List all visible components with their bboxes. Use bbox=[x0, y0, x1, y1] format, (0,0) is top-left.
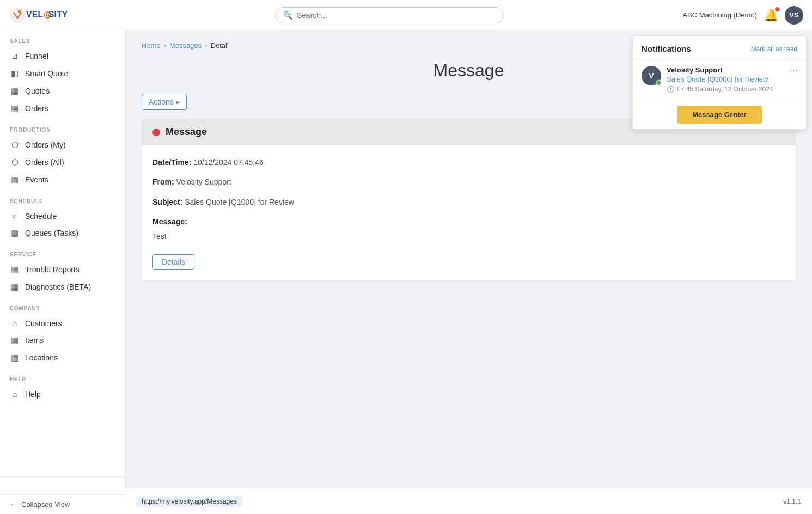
breadcrumb-sep-1: › bbox=[164, 41, 166, 50]
funnel-icon: ⊿ bbox=[10, 51, 20, 61]
notifications-title: Notifications bbox=[642, 44, 691, 53]
notification-item: V Velosity Support Sales Quote [Q1000] f… bbox=[633, 59, 806, 100]
sidebar-section-label-company: COMPANY bbox=[0, 305, 125, 315]
queues-icon: ▦ bbox=[10, 228, 20, 238]
details-button[interactable]: Details bbox=[152, 254, 194, 270]
sidebar-item-locations[interactable]: ▦ Locations bbox=[0, 349, 125, 366]
sidebar-item-smartquote[interactable]: ◧ Smart Quote bbox=[0, 65, 125, 82]
message-card-body: Date/Time: 10/12/2024 07:45:46 From: Vel… bbox=[142, 145, 796, 280]
message-label: Message: bbox=[152, 216, 785, 228]
sidebar-item-orders-all[interactable]: ⬡ Orders (All) bbox=[0, 154, 125, 171]
sidebar-section-label-production: PRODUCTION bbox=[0, 127, 125, 136]
notifications-bell[interactable]: 🔔 bbox=[764, 8, 778, 22]
breadcrumb-current: Detail bbox=[211, 41, 229, 50]
svg-point-1 bbox=[18, 10, 21, 13]
topbar: VEL ◎ SITY 🔍 ABC Machining (Demo) 🔔 VS bbox=[0, 0, 812, 30]
actions-chevron-icon: ▸ bbox=[176, 97, 180, 106]
sidebar-section-production: PRODUCTION ⬡ Orders (My) ⬡ Orders (All) … bbox=[0, 119, 125, 191]
sidebar-item-customers[interactable]: ⌂ Customers bbox=[0, 315, 125, 332]
datetime-value: 10/12/2024 07:45:46 bbox=[193, 158, 263, 167]
sidebar-item-queues[interactable]: ▦ Queues (Tasks) bbox=[0, 224, 125, 242]
datetime-label: Date/Time: bbox=[152, 158, 191, 167]
url-display: https://my.velosity.app/Messages bbox=[136, 496, 242, 507]
message-center-button[interactable]: Message Center bbox=[677, 106, 762, 124]
sidebar-item-orders[interactable]: ▦ Orders bbox=[0, 100, 125, 117]
notifications-header: Notifications Mark all as read bbox=[633, 36, 806, 59]
notif-time: 🕐 07:45 Saturday, 12 October 2024 bbox=[667, 85, 797, 93]
orders-all-icon: ⬡ bbox=[10, 157, 20, 167]
sidebar-section-sales: SALES ⊿ Funnel ◧ Smart Quote ▦ Quotes ▦ … bbox=[0, 30, 125, 119]
from-label: From: bbox=[152, 178, 174, 186]
notif-avatar: V bbox=[642, 66, 661, 85]
sidebar-section-label-service: SERVICE bbox=[0, 252, 125, 261]
version-display: v1.1.1 bbox=[783, 498, 801, 505]
sidebar-section-label-schedule: SCHEDULE bbox=[0, 198, 125, 207]
subject-value: Sales Quote [Q1000] for Review bbox=[185, 198, 294, 206]
breadcrumb-home[interactable]: Home bbox=[142, 41, 161, 50]
notif-subject[interactable]: Sales Quote [Q1000] for Review bbox=[667, 75, 797, 83]
locations-icon: ▦ bbox=[10, 353, 20, 363]
customers-icon: ⌂ bbox=[10, 319, 20, 328]
sidebar-item-diagnostics[interactable]: ▦ Diagnostics (BETA) bbox=[0, 278, 125, 296]
company-label: ABC Machining (Demo) bbox=[682, 11, 757, 19]
message-card: Message Date/Time: 10/12/2024 07:45:46 F… bbox=[142, 119, 796, 280]
main-layout: SALES ⊿ Funnel ◧ Smart Quote ▦ Quotes ▦ … bbox=[0, 30, 812, 488]
sidebar-item-schedule[interactable]: ○ Schedule bbox=[0, 207, 125, 224]
message-subject-field: Subject: Sales Quote [Q1000] for Review bbox=[152, 196, 785, 208]
sidebar-section-schedule: SCHEDULE ○ Schedule ▦ Queues (Tasks) bbox=[0, 191, 125, 244]
sidebar-section-company: COMPANY ⌂ Customers ▦ Items ▦ Locations bbox=[0, 298, 125, 369]
sidebar: SALES ⊿ Funnel ◧ Smart Quote ▦ Quotes ▦ … bbox=[0, 30, 125, 488]
actions-button[interactable]: Actions ▸ bbox=[142, 94, 187, 110]
topbar-right: ABC Machining (Demo) 🔔 VS bbox=[682, 6, 803, 25]
mark-all-read-btn[interactable]: Mark all as read bbox=[751, 45, 797, 53]
notif-online-dot bbox=[656, 80, 661, 85]
sidebar-section-label-help: HELP bbox=[0, 376, 125, 386]
sidebar-section-label-sales: SALES bbox=[0, 38, 125, 47]
schedule-icon: ○ bbox=[10, 211, 20, 221]
quotes-icon: ▦ bbox=[10, 86, 20, 96]
bell-dot bbox=[775, 7, 779, 11]
svg-text:SITY: SITY bbox=[48, 10, 67, 19]
notif-more-btn[interactable]: ··· bbox=[790, 66, 798, 76]
message-text: Test bbox=[152, 230, 785, 242]
message-body-field: Message: Test bbox=[152, 216, 785, 242]
sidebar-item-quotes[interactable]: ▦ Quotes bbox=[0, 82, 125, 100]
notifications-panel: Notifications Mark all as read V Velosit… bbox=[632, 36, 807, 130]
sidebar-item-orders-my[interactable]: ⬡ Orders (My) bbox=[0, 136, 125, 154]
events-icon: ▦ bbox=[10, 175, 20, 185]
avatar[interactable]: VS bbox=[785, 6, 803, 25]
search-icon: 🔍 bbox=[283, 11, 292, 20]
sidebar-item-events[interactable]: ▦ Events bbox=[0, 171, 125, 188]
clock-icon: 🕐 bbox=[667, 85, 675, 93]
subject-label: Subject: bbox=[152, 198, 182, 206]
from-value: Velosity Support bbox=[176, 178, 231, 186]
orders-icon: ▦ bbox=[10, 103, 20, 113]
breadcrumb-messages[interactable]: Messages bbox=[169, 41, 202, 50]
diagnostics-icon: ▦ bbox=[10, 282, 20, 292]
sidebar-item-items[interactable]: ▦ Items bbox=[0, 332, 125, 349]
svg-point-0 bbox=[11, 8, 25, 22]
notif-content: Velosity Support Sales Quote [Q1000] for… bbox=[667, 66, 797, 93]
search-area: 🔍 bbox=[96, 7, 682, 23]
trouble-icon: ▦ bbox=[10, 265, 20, 274]
svg-text:VEL: VEL bbox=[26, 10, 43, 19]
message-card-title: Message bbox=[166, 126, 207, 138]
smartquote-icon: ◧ bbox=[10, 69, 20, 78]
sidebar-section-service: SERVICE ▦ Trouble Reports ▦ Diagnostics … bbox=[0, 244, 125, 298]
sidebar-item-trouble-reports[interactable]: ▦ Trouble Reports bbox=[0, 261, 125, 278]
content-area: Home › Messages › Detail Message Actions… bbox=[125, 30, 812, 488]
status-bar: https://my.velosity.app/Messages v1.1.1 bbox=[125, 488, 812, 514]
sidebar-item-help[interactable]: ⌂ Help bbox=[0, 386, 125, 402]
search-box[interactable]: 🔍 bbox=[275, 7, 504, 23]
search-input[interactable] bbox=[297, 11, 496, 20]
sidebar-bottom-logo bbox=[0, 476, 125, 488]
help-icon: ⌂ bbox=[10, 389, 20, 399]
unread-dot bbox=[152, 128, 160, 136]
message-from-field: From: Velosity Support bbox=[152, 176, 785, 188]
logo: VEL ◎ SITY bbox=[9, 7, 96, 24]
sidebar-section-help: HELP ⌂ Help bbox=[0, 369, 125, 405]
sidebar-item-funnel[interactable]: ⊿ Funnel bbox=[0, 47, 125, 65]
breadcrumb-sep-2: › bbox=[205, 41, 207, 50]
notifications-footer: Message Center bbox=[633, 100, 806, 129]
notif-sender: Velosity Support bbox=[667, 66, 797, 74]
